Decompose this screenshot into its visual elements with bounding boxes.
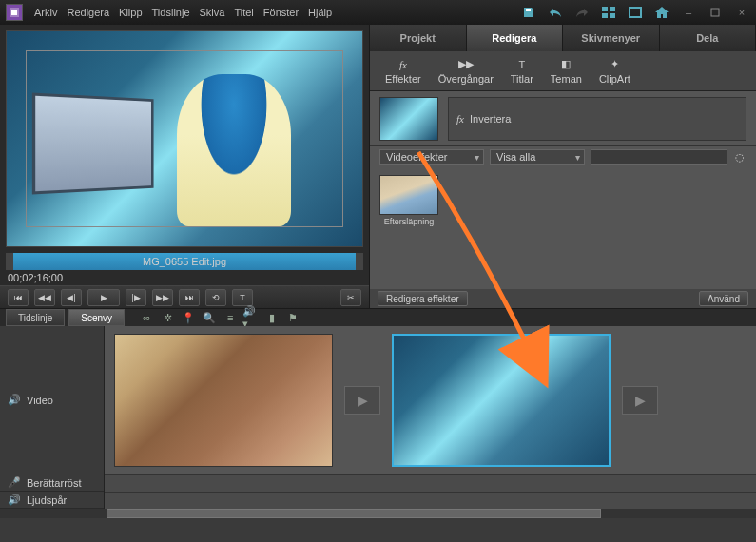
menu-hjalp[interactable]: Hjälp bbox=[308, 7, 332, 18]
applied-effect-name: Invertera bbox=[470, 113, 511, 125]
themes-icon: ◧ bbox=[557, 58, 574, 71]
svg-rect-5 bbox=[602, 13, 608, 18]
timecode-row: 00;02;16;00 bbox=[0, 270, 369, 285]
tab-projekt[interactable]: Projekt bbox=[370, 25, 467, 51]
effect-filter-row: Videoeffekter Visa alla ◌ bbox=[370, 146, 756, 167]
svg-rect-8 bbox=[711, 9, 719, 16]
scrollbar-thumb[interactable] bbox=[107, 509, 601, 518]
apply-button[interactable]: Använd bbox=[699, 291, 748, 306]
audio-tracks-area bbox=[105, 474, 756, 509]
video-clips-row[interactable]: ▶ ▶ bbox=[105, 326, 756, 474]
maximize-icon[interactable] bbox=[707, 4, 724, 21]
menu-titel[interactable]: Titel bbox=[234, 7, 253, 18]
view-tab-scenvy[interactable]: Scenvy bbox=[68, 309, 125, 326]
effect-name-label: Eftersläpning bbox=[384, 217, 435, 226]
app-icon bbox=[6, 4, 23, 21]
svg-rect-6 bbox=[610, 13, 615, 18]
tool-marker-icon[interactable]: ✲ bbox=[159, 310, 176, 325]
tool-marker2-icon[interactable]: ▮ bbox=[263, 310, 281, 325]
view-tab-tidslinje[interactable]: Tidslinje bbox=[6, 309, 65, 326]
clip-thumbnail[interactable] bbox=[379, 97, 438, 141]
transitions-icon: ▶▶ bbox=[457, 58, 475, 71]
tab-redigera[interactable]: Redigera bbox=[467, 25, 564, 51]
subtab-effekter[interactable]: fxEffekter bbox=[385, 58, 421, 85]
tool-zoom-icon[interactable]: 🔍 bbox=[201, 310, 218, 325]
fx-icon: fx bbox=[395, 58, 412, 71]
titles-icon: T bbox=[514, 58, 531, 71]
menu-fonster[interactable]: Fönster bbox=[263, 7, 299, 18]
fullscreen-icon[interactable] bbox=[627, 4, 644, 21]
home-icon[interactable] bbox=[653, 4, 670, 21]
mini-timeline[interactable]: MG_0655 Edit.jpg bbox=[6, 253, 363, 270]
scene-clip-2[interactable] bbox=[392, 334, 611, 467]
menu-arkiv[interactable]: Arkiv bbox=[34, 7, 57, 18]
minimize-icon[interactable]: – bbox=[680, 4, 697, 21]
goto-start-button[interactable]: ⏮ bbox=[8, 289, 29, 306]
subtab-clipart[interactable]: ✦ClipArt bbox=[599, 58, 630, 85]
layout-icon[interactable] bbox=[600, 4, 617, 21]
tab-skivmenyer[interactable]: Skivmenyer bbox=[563, 25, 660, 51]
timecode[interactable]: 00;02;16;00 bbox=[8, 272, 63, 283]
clips-area: ▶ ▶ bbox=[105, 326, 756, 509]
video-track-label[interactable]: 🔊 Video bbox=[0, 326, 104, 474]
task-panel: Projekt Redigera Skivmenyer Dela fxEffek… bbox=[369, 25, 756, 308]
speaker-icon: 🔊 bbox=[8, 394, 21, 406]
timeline-view-tabs: Tidslinje Scenvy ∞ ✲ 📍 🔍 ≡ 🔊▾ ▮ ⚑ bbox=[0, 309, 756, 326]
applied-effect-item[interactable]: fx Invertera bbox=[448, 97, 746, 141]
play-button[interactable]: ▶ bbox=[87, 289, 120, 306]
tab-dela[interactable]: Dela bbox=[660, 25, 757, 51]
fast-forward-button[interactable]: ▶▶ bbox=[152, 289, 173, 306]
show-dropdown[interactable]: Visa alla bbox=[490, 149, 585, 165]
workspace-tabs: Projekt Redigera Skivmenyer Dela bbox=[370, 25, 756, 51]
subtab-titlar[interactable]: TTitlar bbox=[511, 58, 533, 85]
scene-clip-1[interactable] bbox=[114, 334, 333, 467]
menu-skiva[interactable]: Skiva bbox=[200, 7, 225, 18]
rewind-button[interactable]: ◀◀ bbox=[34, 289, 55, 306]
split-clip-button[interactable]: ✂ bbox=[340, 289, 361, 306]
category-dropdown[interactable]: Videoeffekter bbox=[379, 149, 484, 165]
subtab-overgangar[interactable]: ▶▶Övergångar bbox=[438, 58, 494, 85]
edit-effects-button[interactable]: Redigera effekter bbox=[378, 291, 468, 306]
goto-end-button[interactable]: ⏭ bbox=[179, 289, 200, 306]
audio-track[interactable] bbox=[105, 492, 756, 509]
top-toolbar: – × bbox=[520, 4, 750, 21]
top-menu-bar: Arkiv Redigera Klipp Tidslinje Skiva Tit… bbox=[0, 0, 756, 25]
tool-pin-icon[interactable]: 📍 bbox=[180, 310, 197, 325]
tool-list-icon[interactable]: ≡ bbox=[222, 310, 239, 325]
svg-rect-7 bbox=[630, 8, 641, 17]
tool-link-icon[interactable]: ∞ bbox=[138, 310, 155, 325]
transition-slot[interactable]: ▶ bbox=[344, 386, 380, 415]
narration-track-label[interactable]: 🎤 Berättarröst bbox=[0, 474, 104, 492]
audio-track-label[interactable]: 🔊 Ljudspår bbox=[0, 492, 104, 509]
save-icon[interactable] bbox=[520, 4, 537, 21]
effect-item-efterslapning[interactable]: Eftersläpning bbox=[379, 175, 438, 226]
menu-klipp[interactable]: Klipp bbox=[119, 7, 142, 18]
effect-search-input[interactable] bbox=[591, 149, 727, 165]
fx-icon: fx bbox=[456, 113, 464, 125]
narration-track[interactable] bbox=[105, 474, 756, 492]
subtab-teman[interactable]: ◧Teman bbox=[551, 58, 582, 85]
preview-monitor[interactable] bbox=[6, 30, 363, 247]
menu-tidslinje[interactable]: Tidslinje bbox=[152, 7, 190, 18]
main-menu: Arkiv Redigera Klipp Tidslinje Skiva Tit… bbox=[34, 7, 332, 18]
undo-icon[interactable] bbox=[547, 4, 564, 21]
loop-button[interactable]: ⟲ bbox=[205, 289, 226, 306]
menu-redigera[interactable]: Redigera bbox=[67, 7, 109, 18]
redo-icon[interactable] bbox=[573, 4, 591, 21]
applied-effects-row: fx Invertera bbox=[370, 91, 756, 146]
effect-thumbnail bbox=[379, 175, 438, 215]
svg-rect-3 bbox=[602, 7, 608, 11]
preview-image bbox=[7, 31, 362, 246]
tool-volume-icon[interactable]: 🔊▾ bbox=[242, 310, 260, 325]
title-safe-button[interactable]: T bbox=[232, 289, 253, 306]
step-forward-button[interactable]: |▶ bbox=[126, 289, 146, 306]
tool-flag-icon[interactable]: ⚑ bbox=[284, 310, 301, 325]
horizontal-scrollbar[interactable] bbox=[0, 509, 756, 518]
clip-name-label: MG_0655 Edit.jpg bbox=[143, 256, 226, 267]
playback-controls: ⏮ ◀◀ ◀| ▶ |▶ ▶▶ ⏭ ⟲ T ✂ bbox=[0, 285, 369, 308]
step-back-button[interactable]: ◀| bbox=[61, 289, 82, 306]
close-icon[interactable]: × bbox=[733, 4, 750, 21]
clear-search-icon[interactable]: ◌ bbox=[733, 149, 746, 165]
svg-rect-1 bbox=[11, 10, 17, 15]
transition-slot[interactable]: ▶ bbox=[622, 386, 658, 415]
